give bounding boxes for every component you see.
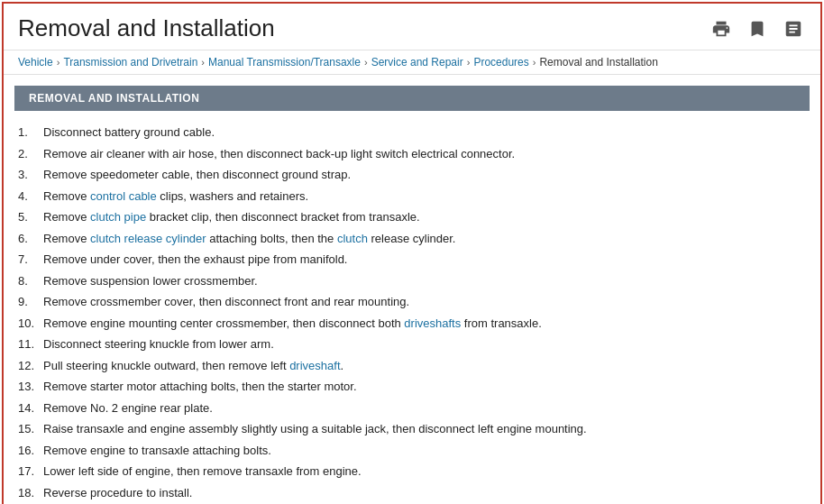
- list-text: Remove under cover, then the exhaust pip…: [43, 251, 806, 269]
- list-item: 16. Remove engine to transaxle attaching…: [18, 442, 806, 460]
- list-item: 10. Remove engine mounting center crossm…: [18, 315, 806, 333]
- section-header: REMOVAL AND INSTALLATION: [14, 86, 810, 111]
- list-item: 2. Remove air cleaner with air hose, the…: [18, 145, 806, 163]
- breadcrumb-sep-2: ›: [201, 57, 205, 68]
- list-text: Reverse procedure to install.: [43, 484, 806, 502]
- list-number: 15.: [18, 420, 43, 438]
- link-control-cable[interactable]: control cable: [90, 189, 157, 203]
- list-text: Remove crossmember cover, then disconnec…: [43, 293, 806, 311]
- list-number: 14.: [18, 399, 43, 417]
- list-text: Remove engine mounting center crossmembe…: [43, 315, 806, 333]
- list-text: Disconnect steering knuckle from lower a…: [43, 335, 806, 353]
- list-text: Remove air cleaner with air hose, then d…: [43, 145, 806, 163]
- list-number: 10.: [18, 315, 43, 333]
- page-container: Removal and Installation V: [2, 2, 822, 504]
- procedure-list: 1. Disconnect battery ground cable. 2. R…: [18, 124, 806, 501]
- breadcrumb-sep-1: ›: [57, 57, 60, 68]
- list-item: 13. Remove starter motor attaching bolts…: [18, 378, 806, 396]
- print-icon[interactable]: [709, 16, 734, 41]
- list-item: 18. Reverse procedure to install.: [18, 484, 806, 502]
- list-text: Remove clutch pipe bracket clip, then di…: [43, 208, 806, 226]
- list-number: 1.: [18, 124, 43, 142]
- breadcrumb-manual-transmission[interactable]: Manual Transmission/Transaxle: [208, 56, 361, 69]
- list-text: Remove suspension lower crossmember.: [43, 272, 806, 290]
- list-item: 14. Remove No. 2 engine rear plate.: [18, 399, 806, 417]
- content-area: 1. Disconnect battery ground cable. 2. R…: [4, 111, 820, 504]
- link-driveshaft[interactable]: driveshaft: [289, 359, 340, 372]
- link-clutch-release-cylinder[interactable]: clutch release cylinder: [90, 232, 206, 245]
- list-number: 5.: [18, 208, 43, 226]
- list-text: Remove No. 2 engine rear plate.: [43, 399, 806, 417]
- list-item: 12. Pull steering knuckle outward, then …: [18, 357, 806, 375]
- list-item: 7. Remove under cover, then the exhaust …: [18, 251, 806, 269]
- list-text: Disconnect battery ground cable.: [43, 124, 806, 142]
- list-item: 1. Disconnect battery ground cable.: [18, 124, 806, 142]
- list-item: 4. Remove control cable clips, washers a…: [18, 188, 806, 206]
- list-item: 6. Remove clutch release cylinder attach…: [18, 230, 806, 248]
- list-text: Remove control cable clips, washers and …: [43, 188, 806, 206]
- list-number: 9.: [18, 293, 43, 311]
- list-number: 4.: [18, 188, 43, 206]
- list-text: Remove clutch release cylinder attaching…: [43, 230, 806, 248]
- list-number: 8.: [18, 272, 43, 290]
- header-icons: [709, 16, 806, 41]
- list-number: 12.: [18, 357, 43, 375]
- list-number: 16.: [18, 442, 43, 460]
- list-text: Remove engine to transaxle attaching bol…: [43, 442, 806, 460]
- list-number: 3.: [18, 166, 43, 184]
- list-number: 7.: [18, 251, 43, 269]
- list-item: 3. Remove speedometer cable, then discon…: [18, 166, 806, 184]
- link-clutch[interactable]: clutch: [337, 232, 368, 245]
- breadcrumb-sep-3: ›: [364, 57, 368, 68]
- list-text: Remove starter motor attaching bolts, th…: [43, 378, 806, 396]
- list-text: Lower left side of engine, then remove t…: [43, 463, 806, 481]
- header: Removal and Installation: [4, 4, 820, 50]
- page-title: Removal and Installation: [18, 14, 275, 42]
- list-number: 6.: [18, 230, 43, 248]
- list-text: Pull steering knuckle outward, then remo…: [43, 357, 806, 375]
- list-number: 11.: [18, 335, 43, 353]
- breadcrumb-service-repair[interactable]: Service and Repair: [371, 56, 463, 69]
- breadcrumb-vehicle[interactable]: Vehicle: [18, 56, 53, 69]
- list-item: 15. Raise transaxle and engine assembly …: [18, 420, 806, 438]
- breadcrumb-transmission[interactable]: Transmission and Drivetrain: [63, 56, 197, 69]
- list-item: 5. Remove clutch pipe bracket clip, then…: [18, 208, 806, 226]
- breadcrumb-sep-4: ›: [467, 57, 471, 68]
- bookmark-icon[interactable]: [745, 16, 770, 41]
- list-text: Remove speedometer cable, then disconnec…: [43, 166, 806, 184]
- breadcrumb-sep-5: ›: [533, 57, 536, 68]
- breadcrumb-procedures[interactable]: Procedures: [473, 56, 528, 69]
- notes-icon[interactable]: [781, 16, 806, 41]
- link-clutch-pipe[interactable]: clutch pipe: [90, 210, 146, 224]
- link-driveshafts[interactable]: driveshafts: [404, 316, 461, 330]
- list-number: 17.: [18, 463, 43, 481]
- breadcrumb-current: Removal and Installation: [539, 56, 657, 69]
- list-number: 13.: [18, 378, 43, 396]
- breadcrumb: Vehicle › Transmission and Drivetrain › …: [4, 50, 820, 75]
- list-item: 11. Disconnect steering knuckle from low…: [18, 335, 806, 353]
- list-item: 8. Remove suspension lower crossmember.: [18, 272, 806, 290]
- list-number: 2.: [18, 145, 43, 163]
- list-number: 18.: [18, 484, 43, 502]
- list-text: Raise transaxle and engine assembly slig…: [43, 420, 806, 438]
- list-item: 9. Remove crossmember cover, then discon…: [18, 293, 806, 311]
- list-item: 17. Lower left side of engine, then remo…: [18, 463, 806, 481]
